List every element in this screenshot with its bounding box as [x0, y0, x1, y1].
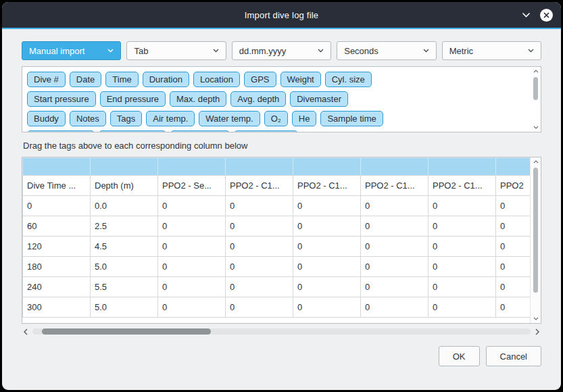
table-cell: 0	[158, 216, 226, 237]
chevron-up-icon[interactable]	[533, 67, 539, 76]
tag-end-pressure[interactable]: End pressure	[100, 91, 166, 107]
chevron-right-icon[interactable]	[533, 328, 541, 335]
scrollbar-thumb[interactable]	[533, 77, 538, 100]
chevron-down-icon[interactable]	[533, 123, 539, 132]
tag-cyl-size[interactable]: Cyl. size	[325, 72, 372, 87]
table-cell: 60	[23, 216, 91, 237]
tag-sample-po2[interactable]: Sample po₂	[170, 130, 229, 132]
tag-weight[interactable]: Weight	[280, 72, 321, 87]
chevron-down-icon[interactable]	[533, 314, 539, 323]
column-drop-target[interactable]	[361, 158, 429, 176]
scrollbar-track[interactable]	[531, 166, 541, 314]
separator-value: Tab	[134, 46, 148, 56]
table-cell: 0	[226, 257, 293, 277]
column-drop-target[interactable]	[158, 158, 226, 176]
table-cell: 0	[429, 257, 496, 277]
tag-he[interactable]: He	[292, 111, 317, 126]
chevron-down-icon[interactable]	[522, 12, 531, 18]
column-drop-target[interactable]	[429, 158, 496, 176]
chevron-up-icon[interactable]	[533, 157, 539, 166]
tag-gps[interactable]: GPS	[244, 72, 276, 87]
scrollbar-track[interactable]	[531, 76, 541, 123]
column-drop-target[interactable]	[91, 158, 158, 176]
chevron-down-icon	[107, 49, 114, 53]
date-format-combo[interactable]: dd.mm.yyyy	[232, 41, 331, 60]
column-header: PPO2 - C1...	[293, 176, 361, 196]
table-cell: 0	[496, 237, 531, 257]
tag-duration[interactable]: Duration	[143, 72, 189, 87]
tag-avg-depth[interactable]: Avg. depth	[230, 91, 286, 107]
table-cell: 0	[226, 196, 293, 216]
tag-notes[interactable]: Notes	[70, 111, 106, 126]
table-cell: 0	[496, 196, 531, 216]
table-cell: 180	[23, 257, 91, 277]
tag-o2[interactable]: O₂	[264, 111, 288, 126]
table-cell: 300	[23, 297, 91, 318]
separator-combo[interactable]: Tab	[126, 41, 226, 60]
drop-target-row	[23, 158, 531, 176]
column-drop-target[interactable]	[226, 158, 293, 176]
tag-sample-time[interactable]: Sample time	[320, 111, 383, 126]
tag-start-pressure[interactable]: Start pressure	[27, 91, 96, 107]
tag-row: Start pressure End pressure Max. depth A…	[27, 91, 526, 107]
table-cell: 120	[23, 237, 91, 257]
column-drop-target[interactable]	[496, 158, 531, 176]
table-cell: 0	[361, 257, 429, 277]
column-drop-target[interactable]	[293, 158, 361, 176]
tag-row: Dive # Date Time Duration Location GPS W…	[27, 72, 526, 87]
tag-sample-cns[interactable]: Sample CNS	[234, 130, 298, 132]
table-cell: 0	[158, 297, 226, 318]
tag-sample-depth[interactable]: Sample depth	[27, 130, 95, 132]
table-vertical-scrollbar[interactable]	[530, 157, 541, 323]
tag-location[interactable]: Location	[193, 72, 240, 87]
titlebar[interactable]: Import dive log file	[2, 2, 561, 28]
import-dive-log-dialog: Import dive log file Manual import Tab d…	[2, 2, 561, 390]
units-combo[interactable]: Metric	[442, 41, 541, 60]
table-cell: 0	[429, 297, 496, 318]
scrollbar-track[interactable]	[32, 328, 531, 335]
import-mode-value: Manual import	[29, 46, 84, 56]
tag-sample-temp[interactable]: Sample temp.	[99, 130, 166, 132]
column-header: PPO2 - C1...	[361, 176, 429, 196]
drag-instruction: Drag the tags above to each correspondin…	[23, 141, 541, 151]
chevron-left-icon[interactable]	[22, 328, 30, 335]
tag-air-temp[interactable]: Air temp.	[146, 111, 195, 126]
cancel-button[interactable]: Cancel	[486, 346, 541, 366]
tag-dive-number[interactable]: Dive #	[27, 72, 66, 87]
tag-divemaster[interactable]: Divemaster	[290, 91, 348, 107]
ok-button[interactable]: OK	[439, 346, 480, 366]
table-row: 60 2.5 0 0 0 0 0 0	[23, 216, 531, 237]
chevron-down-icon	[213, 49, 219, 53]
csv-preview-grid: Dive Time ... Depth (m) PPO2 - Se... PPO…	[22, 157, 531, 318]
tag-area-scrollbar[interactable]	[531, 67, 541, 132]
window-title: Import dive log file	[245, 10, 319, 20]
scrollbar-thumb[interactable]	[42, 328, 211, 335]
units-value: Metric	[449, 46, 473, 56]
table-cell: 0	[158, 237, 226, 257]
tag-area: Dive # Date Time Duration Location GPS W…	[22, 66, 541, 132]
tag-buddy[interactable]: Buddy	[27, 111, 66, 126]
column-drop-target[interactable]	[23, 158, 91, 176]
table-horizontal-scrollbar[interactable]	[22, 326, 541, 337]
tag-tags[interactable]: Tags	[110, 111, 142, 126]
table-cell: 0	[361, 216, 429, 237]
import-mode-combo[interactable]: Manual import	[22, 41, 121, 60]
table-cell: 0	[226, 297, 293, 318]
close-icon[interactable]	[540, 9, 553, 22]
tag-time[interactable]: Time	[105, 72, 138, 87]
tag-row: Buddy Notes Tags Air temp. Water temp. O…	[27, 111, 526, 126]
table-cell: 0	[429, 277, 496, 297]
table-cell: 0	[361, 237, 429, 257]
time-format-combo[interactable]: Seconds	[337, 41, 436, 60]
table-cell: 0	[496, 297, 531, 318]
tag-date[interactable]: Date	[70, 72, 101, 87]
tag-row: Sample depth Sample temp. Sample po₂ Sam…	[27, 130, 526, 132]
table-row: 240 5.5 0 0 0 0 0 0	[23, 277, 531, 297]
tag-rows: Dive # Date Time Duration Location GPS W…	[22, 67, 541, 132]
table-row: 180 5.0 0 0 0 0 0 0	[23, 257, 531, 277]
tag-water-temp[interactable]: Water temp.	[199, 111, 260, 126]
scrollbar-thumb[interactable]	[533, 168, 538, 293]
tag-max-depth[interactable]: Max. depth	[170, 91, 226, 107]
column-header: PPO2 - C1...	[226, 176, 293, 196]
table-row: 0 0.0 0 0 0 0 0 0	[23, 196, 531, 216]
